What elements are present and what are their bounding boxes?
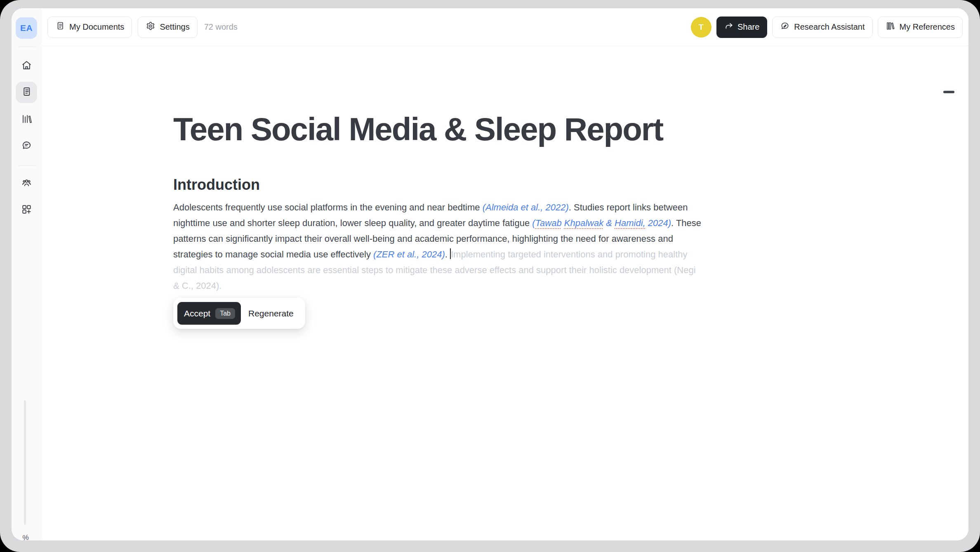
citation-link[interactable]: Khpalwak <box>564 218 603 228</box>
sidebar: EA % <box>12 8 42 540</box>
ai-suggestion-text: Implementing targeted interventions and … <box>451 249 688 259</box>
app-window: EA % My Documents <box>12 8 968 540</box>
my-references-label: My References <box>900 22 955 32</box>
citation-link[interactable]: ( <box>532 218 535 228</box>
sidebar-scrollbar[interactable] <box>24 400 26 525</box>
apps-grid-plus-icon <box>21 204 32 217</box>
research-assistant-button[interactable]: Research Assistant <box>772 17 872 38</box>
citation-link[interactable]: Hamidi, <box>615 218 645 228</box>
sidebar-item-home[interactable] <box>16 55 37 77</box>
chat-icon <box>21 140 32 153</box>
body-text: . Studies report links between <box>569 202 688 212</box>
document-canvas[interactable]: Teen Social Media & Sleep Report Introdu… <box>42 46 968 540</box>
sidebar-divider <box>18 47 36 47</box>
library-icon <box>21 113 32 126</box>
ai-suggestion-text: digital habits among adolescents are ess… <box>173 265 696 275</box>
section-heading[interactable]: Introduction <box>173 176 850 194</box>
collapse-section-button[interactable] <box>943 91 954 93</box>
share-button[interactable]: Share <box>716 17 767 38</box>
topbar-left: My Documents Settings 72 words <box>47 17 238 38</box>
user-avatar[interactable]: EA <box>16 17 37 39</box>
documents-icon <box>21 86 32 99</box>
document: Teen Social Media & Sleep Report Introdu… <box>173 46 850 329</box>
collaborator-avatar[interactable]: T <box>691 17 711 38</box>
accept-button[interactable]: Accept Tab <box>177 302 241 325</box>
citation-link[interactable]: (Almeida et al., 2022) <box>483 202 569 212</box>
window-frame: EA % My Documents <box>0 0 980 552</box>
citation-link[interactable]: 2024) <box>645 218 671 228</box>
team-icon <box>21 177 32 190</box>
sidebar-divider <box>18 165 36 166</box>
research-assistant-label: Research Assistant <box>794 22 865 32</box>
body-text: . <box>445 249 450 259</box>
share-label: Share <box>737 22 759 32</box>
home-icon <box>21 60 32 73</box>
sidebar-item-team[interactable] <box>16 173 37 194</box>
my-documents-button[interactable]: My Documents <box>47 17 132 38</box>
body-text: . These <box>671 218 701 228</box>
body-text: strategies to manage social media use ef… <box>173 249 373 259</box>
sidebar-item-documents[interactable] <box>16 82 37 103</box>
body-text: Adolescents frequently use social platfo… <box>173 202 483 212</box>
gear-icon <box>146 21 155 33</box>
accept-label: Accept <box>184 309 210 318</box>
document-title[interactable]: Teen Social Media & Sleep Report <box>173 111 850 147</box>
paragraph[interactable]: Adolescents frequently use social platfo… <box>173 200 850 294</box>
paragraph-line: nighttime use and shorter sleep duration… <box>173 215 850 231</box>
topbar: My Documents Settings 72 words T Share R… <box>42 8 968 46</box>
document-icon <box>55 21 65 33</box>
settings-button[interactable]: Settings <box>138 17 197 38</box>
paragraph-line: patterns can significantly impact their … <box>173 231 850 247</box>
sidebar-item-library[interactable] <box>16 109 37 130</box>
citation-link[interactable]: & <box>603 218 615 228</box>
zoom-percent-label: % <box>21 533 29 540</box>
body-text: patterns can significantly impact their … <box>173 234 673 244</box>
body-text: nighttime use and shorter sleep duration… <box>173 218 532 228</box>
citation-link[interactable]: (ZER et al., 2024) <box>373 249 445 259</box>
ai-suggestion-text: & C., 2024). <box>173 281 221 291</box>
chat-pencil-icon <box>780 21 790 33</box>
paragraph-line: & C., 2024). <box>173 278 850 294</box>
regenerate-button[interactable]: Regenerate <box>241 309 301 318</box>
references-books-icon <box>886 21 895 33</box>
suggestion-popup: Accept Tab Regenerate <box>173 298 305 329</box>
my-documents-label: My Documents <box>69 22 124 32</box>
my-references-button[interactable]: My References <box>878 17 963 38</box>
topbar-right: T Share Research Assistant My References <box>691 17 963 38</box>
citation-link[interactable]: Tawab <box>535 218 562 228</box>
share-icon <box>724 21 734 33</box>
sidebar-item-apps[interactable] <box>16 199 37 221</box>
word-count: 72 words <box>204 22 238 32</box>
settings-label: Settings <box>160 22 189 32</box>
tab-key-badge: Tab <box>215 308 235 319</box>
paragraph-line: Adolescents frequently use social platfo… <box>173 200 850 215</box>
paragraph-line: strategies to manage social media use ef… <box>173 247 850 262</box>
paragraph-line: digital habits among adolescents are ess… <box>173 262 850 278</box>
sidebar-item-chat[interactable] <box>16 135 37 157</box>
